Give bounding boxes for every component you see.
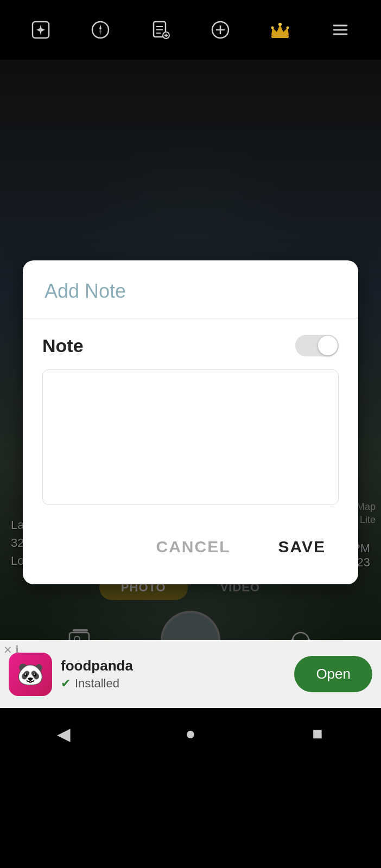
check-icon: ✔ bbox=[61, 676, 71, 691]
ad-app-status: ✔ Installed bbox=[61, 676, 294, 691]
save-button[interactable]: SAVE bbox=[265, 529, 339, 565]
cancel-button[interactable]: CANCEL bbox=[143, 529, 244, 565]
note-textarea[interactable] bbox=[42, 369, 339, 505]
ad-open-button[interactable]: Open bbox=[294, 656, 372, 692]
compass-icon[interactable] bbox=[87, 16, 114, 43]
ad-app-name: foodpanda bbox=[61, 658, 294, 674]
camera-viewfinder: Lat 32 Lo GMT 12:34:34 PM Tuesday, 20.06… bbox=[0, 60, 381, 640]
note-toggle[interactable] bbox=[295, 335, 339, 356]
top-bar bbox=[0, 0, 381, 60]
navigation-bar: ◀ ● ■ bbox=[0, 708, 381, 760]
ad-info-icon: ℹ bbox=[15, 643, 19, 655]
add-note-dialog: Add Note Note CANCEL SAVE bbox=[23, 260, 358, 584]
svg-point-13 bbox=[278, 23, 282, 26]
dialog-actions: CANCEL SAVE bbox=[23, 518, 358, 584]
recents-button[interactable]: ■ bbox=[301, 718, 334, 750]
svg-point-14 bbox=[271, 27, 274, 29]
add-circle-icon[interactable] bbox=[207, 16, 234, 43]
ad-close-icon[interactable]: ✕ bbox=[3, 643, 12, 656]
notes-icon[interactable] bbox=[147, 16, 174, 43]
ad-app-logo: 🐼 bbox=[9, 653, 52, 696]
dialog-body: Note bbox=[23, 318, 358, 518]
ad-banner: ✕ ℹ 🐼 foodpanda ✔ Installed Open bbox=[0, 640, 381, 708]
toggle-knob bbox=[318, 336, 338, 355]
note-row: Note bbox=[42, 335, 339, 356]
installed-label: Installed bbox=[75, 676, 119, 691]
home-button[interactable]: ● bbox=[174, 718, 207, 750]
dialog-title: Add Note bbox=[23, 260, 358, 318]
svg-point-15 bbox=[287, 27, 289, 29]
menu-icon[interactable] bbox=[327, 16, 354, 43]
sparkle-icon[interactable] bbox=[27, 16, 54, 43]
svg-rect-12 bbox=[271, 35, 289, 38]
note-label: Note bbox=[42, 335, 84, 356]
ad-app-info: foodpanda ✔ Installed bbox=[61, 658, 294, 691]
crown-icon[interactable] bbox=[266, 16, 294, 43]
back-button[interactable]: ◀ bbox=[47, 718, 80, 750]
